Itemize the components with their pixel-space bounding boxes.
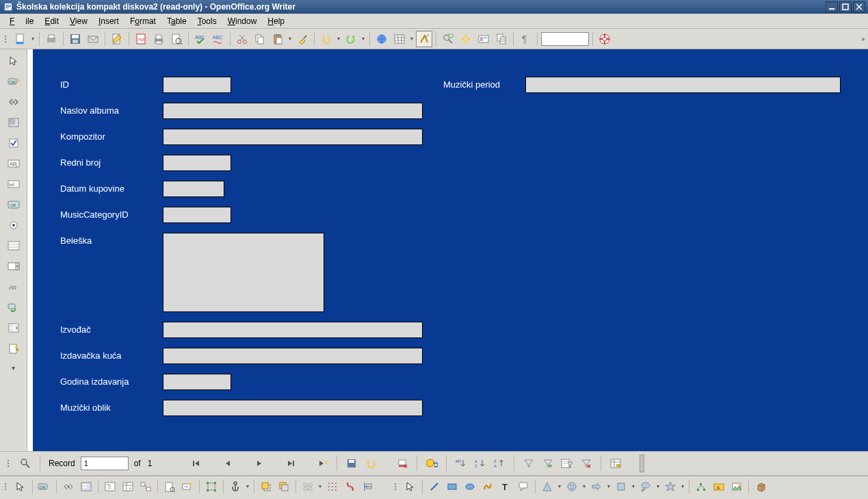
print-icon[interactable] — [150, 31, 167, 47]
data-to-table-icon[interactable] — [608, 456, 623, 471]
refresh-icon[interactable] — [424, 456, 439, 471]
sort-icon[interactable]: ab — [453, 456, 469, 471]
block-arrows-dropdown[interactable]: ▾ — [606, 483, 611, 489]
basic-shapes-icon[interactable] — [539, 478, 555, 495]
menu-file[interactable]: File — [4, 15, 39, 27]
block-arrows-icon[interactable] — [588, 478, 605, 495]
select2-icon[interactable] — [402, 478, 419, 495]
callouts-dropdown[interactable]: ▾ — [655, 483, 661, 489]
pdf-icon[interactable]: PDF — [133, 31, 149, 47]
more-controls-icon[interactable] — [5, 300, 22, 315]
navigator-icon[interactable] — [458, 31, 474, 47]
control-icon[interactable] — [5, 94, 22, 110]
checkbox-icon[interactable] — [5, 136, 22, 151]
oblik-field[interactable] — [163, 400, 423, 416]
toolbar-grip[interactable] — [3, 483, 8, 490]
preview-icon[interactable] — [168, 31, 185, 47]
maximize-button[interactable] — [839, 1, 852, 12]
format-paintbrush-icon[interactable] — [294, 31, 311, 47]
izvodjac-field[interactable] — [163, 322, 423, 338]
menu-help[interactable]: Help — [262, 15, 290, 27]
toolbar-overflow[interactable]: ▸ — [862, 35, 865, 42]
redni-field[interactable] — [163, 155, 231, 171]
hyperlink-icon[interactable] — [373, 31, 390, 47]
auto-control-focus-icon[interactable] — [179, 478, 196, 495]
period-field[interactable] — [525, 77, 841, 93]
stars-dropdown[interactable]: ▾ — [680, 483, 685, 489]
find-replace-icon[interactable] — [440, 31, 456, 47]
bring-front-icon[interactable] — [258, 478, 274, 495]
symbol-shapes-icon[interactable] — [564, 478, 580, 495]
menu-format[interactable]: Format — [124, 15, 161, 27]
anchor-icon[interactable] — [227, 478, 244, 495]
redo-icon[interactable] — [343, 31, 359, 47]
label-field-icon[interactable]: An — [5, 279, 22, 294]
text-icon[interactable]: T — [497, 478, 514, 495]
minimize-button[interactable] — [826, 1, 838, 12]
paste-dropdown[interactable]: ▾ — [287, 36, 293, 42]
text-box-icon[interactable]: AB| — [5, 156, 22, 171]
list-box-icon[interactable] — [5, 238, 22, 253]
form-icon[interactable] — [5, 115, 22, 130]
email-icon[interactable] — [85, 31, 101, 47]
kompozitor-field[interactable] — [163, 129, 423, 145]
menu-tools[interactable]: Tools — [192, 15, 222, 27]
autofilter-icon[interactable] — [521, 456, 536, 471]
fontwork-icon[interactable]: A — [711, 478, 727, 495]
line-icon[interactable] — [426, 478, 443, 495]
display-grid-icon[interactable] — [324, 478, 341, 495]
menu-insert[interactable]: Insert — [93, 15, 124, 27]
form-design-icon[interactable] — [5, 320, 22, 335]
design-mode-icon[interactable]: OK — [5, 74, 22, 89]
sort-desc-icon[interactable]: ZA — [492, 456, 507, 471]
freeform-icon[interactable] — [479, 478, 496, 495]
align-icon[interactable] — [300, 478, 316, 495]
push-button-icon[interactable]: OK — [5, 197, 22, 212]
open-design-icon[interactable] — [161, 478, 178, 495]
sort-asc-icon[interactable]: AZ — [473, 456, 488, 471]
new-doc-icon[interactable] — [12, 31, 29, 47]
control-props-icon[interactable] — [60, 478, 77, 495]
form-navigator-icon[interactable] — [102, 478, 118, 495]
select-icon[interactable] — [5, 53, 22, 68]
formatted-field-icon[interactable]: %F — [5, 177, 22, 192]
save-icon[interactable] — [67, 31, 83, 47]
undo-record-icon[interactable] — [363, 456, 378, 471]
edit-file-icon[interactable] — [109, 31, 125, 47]
show-draw-functions-icon[interactable] — [416, 31, 432, 47]
wizards-icon[interactable] — [5, 341, 22, 356]
form-filter-icon[interactable] — [560, 456, 575, 471]
menu-window[interactable]: Window — [222, 15, 263, 27]
godina-field[interactable] — [163, 374, 231, 390]
gallery-icon[interactable] — [475, 31, 492, 47]
activation-order-icon[interactable] — [137, 478, 154, 495]
last-record-icon[interactable] — [283, 456, 298, 471]
form-props-icon[interactable] — [78, 478, 94, 495]
data-sources-icon[interactable] — [493, 31, 510, 47]
option-button-icon[interactable] — [5, 218, 22, 233]
anchor-dropdown[interactable]: ▾ — [245, 483, 250, 489]
toolbar-grip[interactable] — [393, 483, 398, 490]
apply-filter-icon[interactable] — [540, 456, 555, 471]
basic-shapes-dropdown[interactable]: ▾ — [557, 483, 562, 489]
toolbar-grip[interactable] — [3, 36, 8, 42]
design-mode-icon[interactable]: OK — [36, 478, 53, 495]
help-icon[interactable] — [596, 31, 613, 47]
copy-icon[interactable] — [252, 31, 268, 47]
position-size-icon[interactable] — [203, 478, 220, 495]
prev-record-icon[interactable] — [220, 456, 235, 471]
paste-icon[interactable] — [269, 31, 286, 47]
nonprinting-chars-icon[interactable]: ¶ — [517, 31, 534, 47]
print-default-icon[interactable] — [43, 31, 60, 47]
select-icon[interactable] — [12, 478, 29, 495]
find-record-icon[interactable] — [18, 456, 33, 471]
muscat-field[interactable] — [163, 207, 231, 223]
table-icon[interactable] — [391, 31, 408, 47]
save-record-icon[interactable] — [344, 456, 359, 471]
next-record-icon[interactable] — [252, 456, 267, 471]
menu-edit[interactable]: Edit — [39, 15, 64, 27]
cut-icon[interactable] — [234, 31, 250, 47]
guides-icon[interactable] — [360, 478, 376, 495]
delete-record-icon[interactable] — [395, 456, 410, 471]
auto-spellcheck-icon[interactable]: ABC — [210, 31, 226, 47]
